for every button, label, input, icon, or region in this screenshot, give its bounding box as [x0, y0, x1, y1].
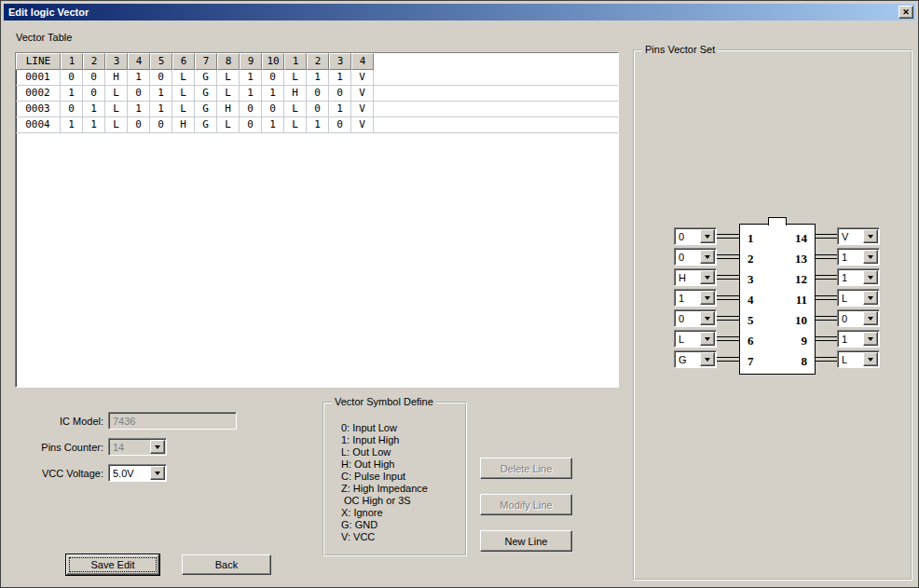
symbol-define-line: H: Out High — [341, 458, 428, 471]
table-header-cell: 9 — [240, 53, 262, 70]
vector-table[interactable]: LINE123456789101234 000100H10LGL10L11V00… — [15, 52, 619, 388]
table-row[interactable]: 000100H10LGL10L11V — [16, 70, 618, 86]
table-header-cell: 4 — [128, 53, 150, 70]
chevron-down-icon[interactable] — [700, 270, 715, 284]
back-button[interactable]: Back — [182, 554, 271, 575]
pin-vector-value: L — [675, 331, 699, 347]
pin-12-vector-select[interactable]: 1 — [837, 268, 880, 286]
symbol-define-line: Z: High Impedance — [341, 483, 428, 495]
chevron-down-icon — [150, 440, 165, 454]
pin-number: 12 — [795, 269, 807, 290]
pin-1-vector-select[interactable]: 0 — [674, 227, 717, 245]
pin-2-vector-select[interactable]: 0 — [674, 248, 717, 266]
pin-number: 11 — [795, 290, 807, 310]
pin-stub — [816, 234, 837, 239]
table-header-filler — [374, 53, 618, 70]
line-number-cell: 0001 — [16, 70, 61, 85]
pin-11-vector-select[interactable]: L — [837, 289, 880, 307]
arrow-down-glyph — [868, 337, 873, 341]
edit-logic-vector-dialog: Edit logic Vector ✕ Vector Table LINE123… — [0, 0, 919, 588]
chevron-down-icon[interactable] — [863, 270, 878, 284]
vector-cell: 0 — [61, 70, 83, 85]
pins-counter-value: 14 — [109, 439, 149, 455]
vcc-voltage-select[interactable]: 5.0V — [108, 464, 167, 482]
chevron-down-icon[interactable] — [700, 229, 715, 243]
pin-10-vector-select[interactable]: 0 — [837, 309, 880, 327]
pins-counter-label: Pins Counter: — [21, 442, 103, 453]
pin-8-vector-select[interactable]: L — [837, 350, 880, 368]
chevron-down-icon[interactable] — [700, 332, 715, 346]
chevron-down-icon[interactable] — [863, 291, 878, 305]
pin-9-vector-select[interactable]: 1 — [837, 330, 880, 348]
table-header-cell: 3 — [329, 53, 351, 70]
pin-4-vector-select[interactable]: 1 — [674, 289, 717, 307]
delete-line-button: Delete Line — [480, 458, 572, 479]
vector-cell: H — [172, 117, 195, 132]
arrow-down-glyph — [705, 255, 710, 259]
arrow-down-glyph — [868, 296, 873, 300]
window-title: Edit logic Vector — [8, 7, 89, 18]
arrow-down-glyph — [705, 317, 710, 321]
titlebar[interactable]: Edit logic Vector ✕ — [4, 4, 915, 21]
pin-5-vector-select[interactable]: 0 — [674, 309, 717, 327]
pin-6-vector-select[interactable]: L — [674, 330, 717, 348]
table-row[interactable]: 000210L01LGL11H00V — [16, 86, 618, 102]
chevron-down-icon[interactable] — [863, 352, 878, 366]
pin-14-vector-select[interactable]: V — [837, 227, 880, 245]
vector-cell: V — [351, 117, 374, 132]
pin-number: 8 — [795, 351, 807, 372]
save-edit-button[interactable]: Save Edit — [66, 554, 159, 575]
arrow-down-glyph — [705, 358, 710, 362]
vector-cell: 0 — [128, 86, 150, 101]
pin-vector-value: 0 — [838, 310, 862, 326]
vector-cell: G — [195, 70, 217, 85]
ic-model-field: 7436 — [108, 412, 237, 430]
chevron-down-icon[interactable] — [700, 311, 715, 325]
pins-vector-set-title: Pins Vector Set — [642, 44, 718, 55]
vector-cell: 0 — [240, 117, 262, 132]
table-header-cell: 1 — [61, 53, 83, 70]
new-line-button[interactable]: New Line — [480, 530, 572, 552]
vector-cell: 0 — [83, 86, 105, 101]
pin-vector-value: L — [838, 351, 862, 367]
pin-stub — [717, 275, 739, 280]
vector-cell: L — [217, 86, 240, 101]
pin-number: 4 — [748, 290, 754, 310]
vector-cell: L — [284, 117, 307, 132]
symbol-define-line: C: Pulse Input — [341, 471, 428, 483]
table-row[interactable]: 000301L11LGH00L01V — [16, 102, 618, 117]
arrow-down-glyph — [155, 445, 160, 449]
vector-cell: 1 — [83, 117, 105, 132]
chevron-down-icon[interactable] — [700, 291, 715, 305]
vector-cell: 0 — [329, 117, 351, 132]
chevron-down-icon[interactable] — [863, 332, 878, 346]
chevron-down-icon[interactable] — [150, 466, 165, 480]
chevron-down-icon[interactable] — [700, 250, 715, 264]
pin-3-vector-select[interactable]: H — [674, 268, 717, 286]
table-header-cell: 2 — [83, 53, 105, 70]
symbol-define-line: OC High or 3S — [341, 495, 428, 507]
symbol-define-line: 0: Input Low — [341, 422, 428, 434]
chevron-down-icon[interactable] — [700, 352, 715, 366]
close-button[interactable]: ✕ — [898, 6, 913, 19]
chevron-down-icon[interactable] — [863, 250, 878, 264]
pin-number: 3 — [748, 269, 754, 290]
chevron-down-icon[interactable] — [863, 311, 878, 325]
line-number-cell: 0004 — [16, 117, 61, 132]
arrow-down-glyph — [868, 276, 873, 280]
vector-cell: 1 — [150, 86, 172, 101]
pin-vector-value: 0 — [675, 249, 699, 265]
vector-cell: L — [217, 70, 240, 85]
pin-13-vector-select[interactable]: 1 — [837, 248, 880, 266]
pin-7-vector-select[interactable]: G — [674, 350, 717, 368]
chip-pin-numbers-left: 1234567 — [748, 228, 754, 372]
vector-cell: H — [105, 70, 128, 85]
pin-stub — [816, 316, 837, 321]
table-row[interactable]: 000411L00HGL01L10V — [16, 117, 618, 133]
vector-table-label: Vector Table — [16, 32, 72, 43]
symbol-define-line: G: GND — [341, 519, 428, 531]
vector-cell: 0 — [307, 86, 329, 101]
chevron-down-icon[interactable] — [863, 229, 878, 243]
vector-cell: 1 — [128, 102, 150, 116]
pins-counter-select: 14 — [108, 438, 167, 456]
